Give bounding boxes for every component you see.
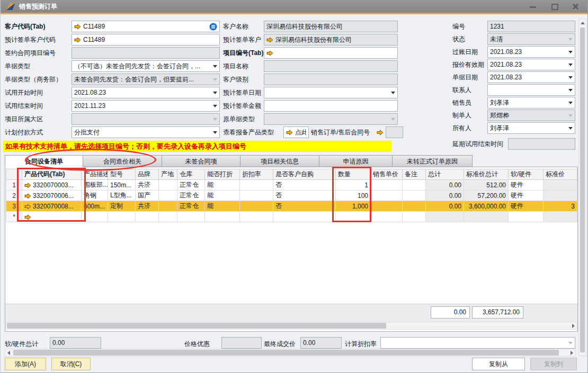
grid-cell[interactable]: 硬件	[509, 180, 544, 190]
dropdown-arrow-icon[interactable]	[568, 51, 573, 53]
column-header-product-desc[interactable]: 产品描述	[82, 169, 108, 180]
grid-cell[interactable]	[240, 201, 273, 212]
form-horizontal-scrollbar[interactable]	[5, 349, 576, 357]
grid-cell[interactable]: 150m...	[108, 180, 136, 190]
minimize-icon[interactable]	[529, 3, 537, 10]
view-reported-product-type-link[interactable]: 点此	[283, 126, 309, 138]
grid-cell[interactable]: L型角...	[108, 190, 136, 201]
dropdown-arrow-icon[interactable]	[568, 102, 573, 104]
grid-cell[interactable]	[159, 180, 177, 190]
grid-cell[interactable]	[136, 212, 159, 222]
tab-contract-cost[interactable]: 合同造价相关	[83, 155, 162, 167]
expected-sign-amount-input[interactable]	[264, 100, 398, 112]
maximize-icon[interactable]	[550, 3, 558, 10]
column-header-total[interactable]: 总计	[426, 169, 464, 180]
grid-cell[interactable]	[371, 180, 403, 190]
link-arrow-icon[interactable]	[74, 36, 81, 43]
scrollbar-thumb[interactable]	[13, 350, 559, 356]
grid-cell[interactable]: 否	[273, 190, 336, 201]
dropdown-arrow-icon[interactable]	[568, 63, 573, 66]
grid-cell[interactable]	[544, 180, 577, 190]
grid-cell[interactable]	[159, 201, 177, 212]
grid-cell[interactable]: 正常仓	[177, 190, 205, 201]
column-header-note[interactable]: 备注	[403, 169, 426, 180]
grid-cell[interactable]: 57,200.00	[464, 190, 509, 201]
grid-cell[interactable]: 1	[336, 180, 371, 190]
scrollbar-thumb[interactable]	[580, 28, 585, 352]
table-row[interactable]: 23320070006...角钢L型角...国产正常仓能否1000.0057,2…	[6, 190, 577, 201]
dropdown-arrow-icon[interactable]	[213, 65, 217, 68]
salesperson-select[interactable]: 刘孝泽	[487, 97, 575, 108]
trial-end-date-select[interactable]: 2021.11.23	[72, 100, 220, 112]
contact-person-select[interactable]	[487, 84, 575, 96]
grid-cell[interactable]: 共济	[136, 180, 159, 190]
table-row[interactable]: 33320070008...600m...定制共济正常仓能否1,0000.003…	[6, 201, 577, 212]
grid-cell[interactable]: 硬件	[509, 201, 544, 212]
column-header-origin[interactable]: 产地	[159, 169, 177, 180]
column-header-discountable[interactable]: 能否打折	[205, 169, 240, 180]
grid-cell[interactable]: 1,000	[336, 201, 371, 212]
close-icon[interactable]	[572, 3, 579, 10]
column-header-warehouse[interactable]: 仓库	[177, 169, 205, 180]
grid-cell[interactable]: 定制	[108, 201, 136, 212]
quote-valid-date-select[interactable]: 2021.08.23	[487, 59, 575, 70]
grid-cell[interactable]: 3	[544, 201, 577, 212]
project-no-field[interactable]	[264, 47, 398, 59]
link-arrow-icon[interactable]	[286, 129, 293, 136]
dropdown-arrow-icon[interactable]	[213, 131, 217, 134]
grid-cell[interactable]: 能	[205, 180, 240, 190]
grid-cell[interactable]	[82, 212, 108, 222]
grid-cell[interactable]	[371, 212, 403, 222]
row-header-cell[interactable]: *	[6, 212, 22, 222]
grid-cell[interactable]	[371, 201, 403, 212]
doc-type-select[interactable]: （不可选）未签合同先发货：会签订合同，...	[72, 60, 220, 72]
dropdown-arrow-icon[interactable]	[391, 92, 395, 94]
column-header-sales-price[interactable]: 销售单价	[371, 169, 403, 180]
grid-cell[interactable]	[240, 180, 273, 190]
scroll-right-icon[interactable]	[571, 351, 573, 355]
dropdown-arrow-icon[interactable]	[213, 105, 217, 107]
grid-cell[interactable]	[426, 212, 464, 222]
grid-cell[interactable]: 正常仓	[177, 180, 205, 190]
doc-date-select[interactable]: 2021.08.23	[487, 71, 575, 83]
table-row[interactable]: 13320070003...围板部...150m...共济正常仓能否10.005…	[6, 180, 577, 190]
tab-project-info[interactable]: 项目相关信息	[240, 155, 319, 167]
column-header-product-code[interactable]: 产品代码(Tab)	[22, 169, 82, 180]
column-header-soft-hardware[interactable]: 软/硬件	[509, 169, 544, 180]
grid-cell[interactable]: 硬件	[509, 190, 544, 201]
dropdown-arrow-icon[interactable]	[568, 89, 573, 92]
grid-cell[interactable]	[159, 190, 177, 201]
grid-cell[interactable]: 3320070003...	[22, 180, 82, 190]
grid-cell[interactable]: 正常仓	[177, 201, 205, 212]
expected-sign-customer-code-field[interactable]: C11489	[72, 34, 220, 46]
column-header-std-price[interactable]: 标准价	[544, 169, 577, 180]
grid-cell[interactable]	[108, 212, 136, 222]
dropdown-arrow-icon[interactable]	[568, 76, 573, 79]
grid-cell[interactable]: 3320070008...	[22, 201, 82, 212]
choose-from-list-icon[interactable]	[209, 23, 217, 31]
grid-cell[interactable]	[371, 190, 403, 201]
expected-sign-date-select[interactable]	[264, 87, 398, 98]
table-row[interactable]: *	[6, 212, 577, 222]
row-header-cell[interactable]: 1	[6, 180, 22, 190]
tab-not-converted-reason[interactable]: 未转正式订单原因	[393, 155, 473, 167]
grid-cell[interactable]	[240, 190, 273, 201]
dropdown-arrow-icon[interactable]	[213, 92, 217, 94]
grid-cell[interactable]: 能	[205, 190, 240, 201]
grid-cell[interactable]: 共济	[136, 201, 159, 212]
grid-cell[interactable]: 600m...	[82, 201, 108, 212]
posting-date-select[interactable]: 2021.08.23	[487, 46, 575, 58]
tab-unsigned-contract-items[interactable]: 未签合同项	[162, 155, 240, 167]
link-arrow-icon[interactable]	[266, 49, 273, 57]
link-arrow-icon[interactable]	[377, 129, 384, 136]
grid-cell[interactable]	[403, 212, 426, 222]
grid-cell[interactable]	[159, 212, 177, 222]
grid-cell[interactable]: 100	[336, 190, 371, 201]
column-header-discount-rate[interactable]: 折扣率	[240, 169, 273, 180]
column-header-quantity[interactable]: 数量	[336, 169, 371, 180]
planned-payment-method-select[interactable]: 分批支付	[72, 126, 220, 138]
table-horizontal-scrollbar[interactable]	[5, 322, 577, 330]
grid-cell[interactable]: 否	[273, 180, 336, 190]
row-header-cell[interactable]: 3	[6, 201, 22, 212]
grid-cell[interactable]: 国产	[136, 190, 159, 201]
